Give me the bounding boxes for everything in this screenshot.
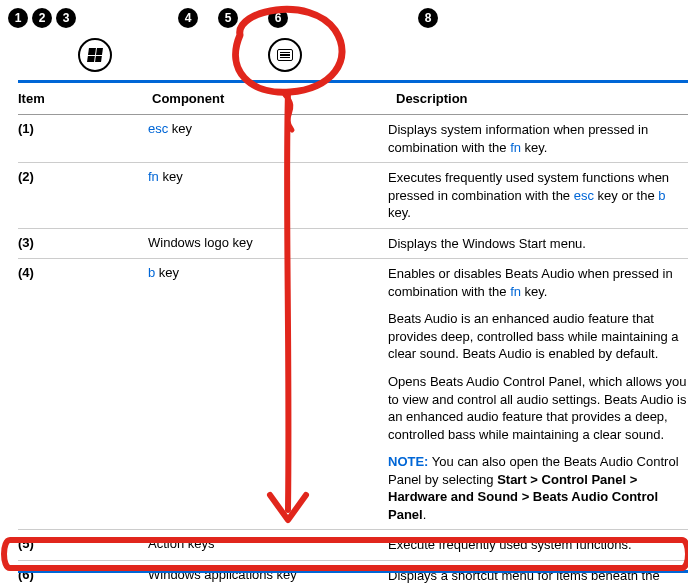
header-component: Component [152, 83, 396, 114]
callout-badge-5: 5 [218, 8, 238, 28]
cell-component: esc key [148, 121, 388, 156]
cell-description: Displays system information when pressed… [388, 121, 688, 156]
header-item: Item [18, 83, 152, 114]
table-row: (5) Action keys Execute frequently used … [18, 530, 688, 561]
callout-badge-6: 6 [268, 8, 288, 28]
callout-badge-2: 2 [32, 8, 52, 28]
cell-item: (2) [18, 169, 148, 222]
callout-badge-8: 8 [418, 8, 438, 28]
cell-item: (1) [18, 121, 148, 156]
esc-link[interactable]: esc [574, 188, 594, 203]
cell-component: b key [148, 265, 388, 523]
cell-component: Action keys [148, 536, 388, 554]
cell-component: fn key [148, 169, 388, 222]
header-description: Description [396, 83, 688, 114]
table-row: (1) esc key Displays system information … [18, 115, 688, 163]
applications-key-icon [268, 38, 302, 72]
b-link[interactable]: b [658, 188, 665, 203]
cell-item: (4) [18, 265, 148, 523]
windows-logo-key-icon [78, 38, 112, 72]
table-header-row: Item Component Description [18, 83, 688, 115]
keyboard-callout-strip: 1 2 3 4 5 6 8 [8, 8, 688, 68]
fn-link[interactable]: fn [148, 169, 159, 184]
cell-description: Displays the Windows Start menu. [388, 235, 688, 253]
cell-description: Execute frequently used system functions… [388, 536, 688, 554]
fn-link[interactable]: fn [510, 284, 521, 299]
table-row: (4) b key Enables or disables Beats Audi… [18, 259, 688, 530]
callout-badge-1: 1 [8, 8, 28, 28]
cell-description: Executes frequently used system function… [388, 169, 688, 222]
cell-component: Windows logo key [148, 235, 388, 253]
context-menu-icon [277, 49, 293, 61]
table-bottom-rule [18, 570, 688, 573]
callout-badge-3: 3 [56, 8, 76, 28]
table-row: (2) fn key Executes frequently used syst… [18, 163, 688, 229]
note-label: NOTE: [388, 454, 428, 469]
cell-item: (5) [18, 536, 148, 554]
windows-flag-icon [87, 48, 103, 62]
fn-link[interactable]: fn [510, 140, 521, 155]
component-table: Item Component Description (1) esc key D… [18, 80, 688, 583]
callout-badge-4: 4 [178, 8, 198, 28]
table-row: (3) Windows logo key Displays the Window… [18, 229, 688, 260]
esc-link[interactable]: esc [148, 121, 168, 136]
cell-item: (3) [18, 235, 148, 253]
cell-description: Enables or disables Beats Audio when pre… [388, 265, 688, 523]
